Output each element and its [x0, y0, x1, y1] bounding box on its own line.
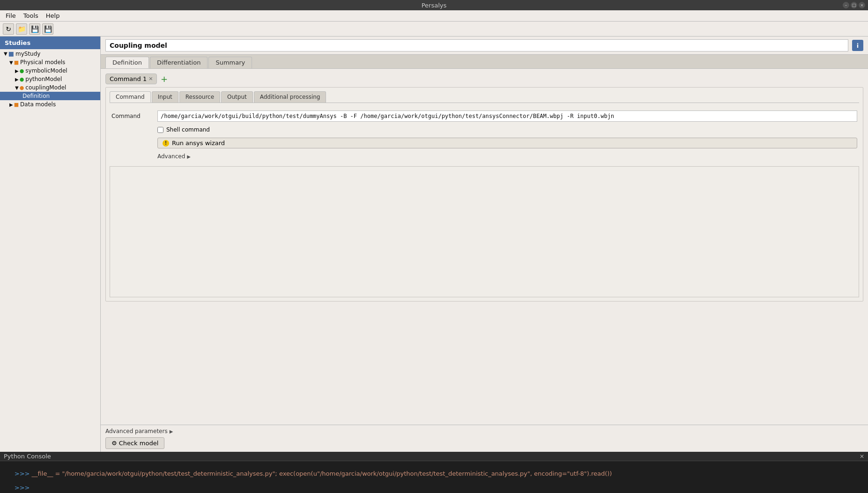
sidebar-item-label-data: Data models: [20, 101, 56, 108]
command-field-label: Command: [111, 113, 154, 119]
toolbar: ↻ 📁 💾 💾: [0, 22, 868, 37]
shell-command-label: Shell command: [166, 126, 210, 133]
minimize-button[interactable]: –: [843, 2, 849, 8]
command-tab-1-close[interactable]: ✕: [148, 76, 153, 82]
close-button[interactable]: ×: [859, 2, 865, 8]
sidebar-header: Studies: [0, 37, 100, 49]
symbolic-arrow: ▶: [15, 68, 19, 74]
info-icon: i: [852, 40, 863, 51]
sidebar-item-label-mystudy: myStudy: [15, 51, 40, 57]
titlebar: Persalys – □ ×: [0, 0, 868, 10]
symbolic-icon: ●: [20, 68, 24, 74]
sidebar-item-label-definition: Definition: [22, 93, 50, 99]
console-line-1: >>> __file__ = "/home/garcia/work/otgui/…: [3, 463, 865, 477]
titlebar-controls: – □ ×: [843, 2, 865, 8]
console-close-button[interactable]: ✕: [860, 453, 864, 460]
check-model-button[interactable]: ⚙ Check model: [105, 437, 164, 449]
physical-models-icon: ■: [14, 59, 19, 66]
sidebar-item-label-symbolic: symbolicModel: [25, 67, 67, 74]
sidebar-item-python-model[interactable]: ▶ ● pythonModel: [0, 75, 100, 83]
console-header: Python Console ✕: [0, 452, 868, 461]
model-header: i: [101, 37, 868, 55]
bottom-bar: Advanced parameters ▶ ⚙ Check model: [101, 425, 868, 452]
sidebar-item-physical-models[interactable]: ▼ ■ Physical models: [0, 58, 100, 66]
python-console-container: Python Console ✕ >>> __file__ = "/home/g…: [0, 452, 868, 493]
run-wizard-button[interactable]: ! Run ansys wizard: [157, 138, 857, 148]
console-text-1: __file__ = "/home/garcia/work/otgui/pyth…: [32, 470, 612, 477]
coupling-arrow: ▼: [15, 85, 19, 90]
shell-command-checkbox[interactable]: [157, 127, 163, 133]
console-prompt-1: >>>: [15, 470, 32, 477]
menubar: File Tools Help: [0, 10, 868, 22]
inner-panel: Command Input Ressource Output Additiona…: [105, 87, 863, 302]
sub-tab-additional[interactable]: Additional processing: [254, 91, 326, 103]
python-icon: ●: [20, 76, 24, 82]
tab-differentiation[interactable]: Differentiation: [150, 57, 208, 68]
data-models-arrow: ▶: [9, 102, 13, 107]
sidebar: Studies ▼ ■ myStudy ▼ ■ Physical models …: [0, 37, 101, 452]
open-button[interactable]: 📁: [16, 23, 27, 35]
maximize-button[interactable]: □: [851, 2, 857, 8]
definition-panel: Command 1 ✕ + Command Input Ressource Ou…: [101, 69, 868, 425]
shell-command-row: Shell command: [111, 126, 857, 133]
run-wizard-label: Run ansys wizard: [172, 140, 225, 147]
sidebar-item-label-python: pythonModel: [25, 76, 62, 82]
menu-file[interactable]: File: [2, 11, 20, 20]
tab-definition[interactable]: Definition: [105, 57, 149, 68]
study-icon: ■: [8, 50, 14, 57]
advanced-params-row[interactable]: Advanced parameters ▶: [105, 428, 863, 434]
tab-summary[interactable]: Summary: [208, 57, 252, 68]
sidebar-item-coupling-model[interactable]: ▼ ● couplingModel: [0, 83, 100, 92]
advanced-params-expand: ▶: [170, 429, 173, 434]
back-button[interactable]: ↻: [3, 23, 14, 35]
command-tabs-bar: Command 1 ✕ +: [105, 74, 863, 84]
data-models-icon: ■: [14, 102, 19, 108]
physical-models-arrow: ▼: [9, 60, 13, 65]
menu-help[interactable]: Help: [42, 11, 64, 20]
console-title: Python Console: [4, 453, 51, 460]
sub-tab-input[interactable]: Input: [152, 91, 178, 103]
command-tab-1[interactable]: Command 1 ✕: [105, 74, 157, 84]
sidebar-item-definition[interactable]: Definition: [0, 92, 100, 100]
command-input[interactable]: [157, 110, 857, 122]
sidebar-item-data-models[interactable]: ▶ ■ Data models: [0, 100, 100, 109]
large-panel-area: [110, 166, 859, 297]
python-console[interactable]: >>> __file__ = "/home/garcia/work/otgui/…: [0, 461, 868, 493]
python-arrow: ▶: [15, 77, 19, 82]
sidebar-item-label-coupling: couplingModel: [25, 84, 66, 91]
main-area: Studies ▼ ■ myStudy ▼ ■ Physical models …: [0, 37, 868, 452]
check-model-icon: ⚙: [111, 440, 117, 447]
console-prompt-2: >>>: [15, 484, 32, 491]
advanced-label: Advanced: [157, 153, 185, 160]
command-tab-1-label: Command 1: [110, 75, 147, 82]
save-button[interactable]: 💾: [42, 23, 53, 35]
sub-tab-ressource[interactable]: Ressource: [179, 91, 220, 103]
model-title-input[interactable]: [105, 39, 848, 52]
menu-tools[interactable]: Tools: [20, 11, 42, 20]
sidebar-item-symbolic-model[interactable]: ▶ ● symbolicModel: [0, 66, 100, 75]
sidebar-item-mystudy[interactable]: ▼ ■ myStudy: [0, 49, 100, 58]
app-title: Persalys: [422, 2, 447, 9]
sidebar-item-label-physical: Physical models: [20, 59, 65, 66]
mystudy-arrow: ▼: [4, 51, 7, 56]
advanced-row[interactable]: Advanced ▶: [111, 153, 857, 160]
main-tabs: Definition Differentiation Summary: [101, 55, 868, 69]
check-model-label: Check model: [119, 440, 159, 447]
advanced-params-label: Advanced parameters: [105, 428, 168, 434]
save-all-button[interactable]: 💾: [29, 23, 40, 35]
warning-icon: !: [163, 140, 169, 147]
coupling-icon: ●: [20, 85, 24, 91]
command-row: Command: [111, 110, 857, 122]
add-command-button[interactable]: +: [159, 74, 169, 84]
content-area: i Definition Differentiation Summary Com…: [101, 37, 868, 452]
sub-tab-command[interactable]: Command: [110, 91, 151, 103]
sub-tabs: Command Input Ressource Output Additiona…: [110, 91, 859, 103]
sub-tab-output[interactable]: Output: [221, 91, 253, 103]
console-line-2: >>>: [3, 477, 865, 491]
command-section: Command Shell command ! Run ansys wizard…: [110, 108, 859, 162]
advanced-expand-arrow: ▶: [187, 154, 191, 159]
